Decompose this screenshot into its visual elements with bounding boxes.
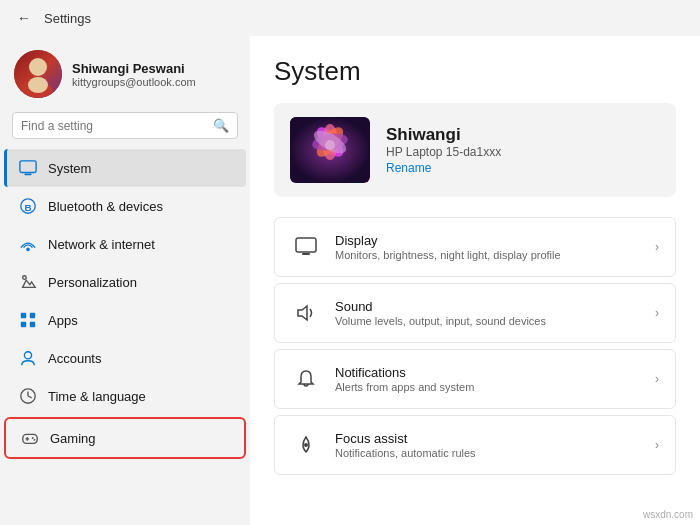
sidebar-item-label-network: Network & internet: [48, 237, 155, 252]
svg-point-21: [32, 437, 34, 439]
search-box[interactable]: 🔍: [12, 112, 238, 139]
settings-item-focus-assist[interactable]: Focus assistNotifications, automatic rul…: [274, 415, 676, 475]
apps-icon: [18, 310, 38, 330]
sidebar-item-label-gaming: Gaming: [50, 431, 96, 446]
svg-rect-12: [21, 322, 26, 327]
sidebar-item-apps[interactable]: Apps: [4, 301, 246, 339]
svg-point-3: [28, 77, 48, 93]
sidebar-item-label-bluetooth: Bluetooth & devices: [48, 199, 163, 214]
svg-rect-18: [23, 434, 37, 443]
user-email: kittygroups@outlook.com: [72, 76, 196, 88]
settings-item-desc-focus-assist: Notifications, automatic rules: [335, 447, 641, 459]
watermark: wsxdn.com: [640, 508, 696, 521]
settings-item-info-sound: SoundVolume levels, output, input, sound…: [335, 299, 641, 327]
settings-item-title-display: Display: [335, 233, 641, 248]
settings-item-notifications[interactable]: NotificationsAlerts from apps and system…: [274, 349, 676, 409]
settings-item-display[interactable]: DisplayMonitors, brightness, night light…: [274, 217, 676, 277]
sidebar-item-label-system: System: [48, 161, 91, 176]
focus-assist-icon: [291, 430, 321, 460]
chevron-right-icon: ›: [655, 306, 659, 320]
display-icon: [291, 232, 321, 262]
device-name: Shiwangi: [386, 125, 501, 145]
search-input[interactable]: [21, 119, 207, 133]
svg-rect-31: [302, 253, 310, 255]
bluetooth-icon: B: [18, 196, 38, 216]
settings-item-desc-sound: Volume levels, output, input, sound devi…: [335, 315, 641, 327]
svg-rect-5: [24, 173, 31, 175]
sidebar-item-bluetooth[interactable]: BBluetooth & devices: [4, 187, 246, 225]
settings-item-info-notifications: NotificationsAlerts from apps and system: [335, 365, 641, 393]
avatar: [14, 50, 62, 98]
settings-item-desc-display: Monitors, brightness, night light, displ…: [335, 249, 641, 261]
device-image: [290, 117, 370, 183]
settings-item-title-sound: Sound: [335, 299, 641, 314]
svg-point-9: [23, 276, 27, 280]
sidebar-item-network[interactable]: Network & internet: [4, 225, 246, 263]
system-icon: [18, 158, 38, 178]
device-model: HP Laptop 15-da1xxx: [386, 145, 501, 159]
sound-icon: [291, 298, 321, 328]
chevron-right-icon: ›: [655, 372, 659, 386]
svg-point-14: [24, 352, 31, 359]
svg-point-33: [304, 443, 308, 447]
sidebar-item-label-personalization: Personalization: [48, 275, 137, 290]
svg-text:B: B: [24, 202, 31, 213]
svg-marker-32: [298, 306, 307, 320]
sidebar-item-accounts[interactable]: Accounts: [4, 339, 246, 377]
svg-rect-11: [30, 313, 35, 318]
main-layout: Shiwangi Peswani kittygroups@outlook.com…: [0, 36, 700, 525]
sidebar-item-time[interactable]: Time & language: [4, 377, 246, 415]
user-info: Shiwangi Peswani kittygroups@outlook.com: [72, 61, 196, 88]
svg-point-8: [26, 248, 30, 252]
device-rename-link[interactable]: Rename: [386, 161, 501, 175]
settings-list: DisplayMonitors, brightness, night light…: [274, 217, 676, 479]
device-card: Shiwangi HP Laptop 15-da1xxx Rename: [274, 103, 676, 197]
sidebar-item-label-apps: Apps: [48, 313, 78, 328]
content-area: System: [250, 36, 700, 525]
accounts-icon: [18, 348, 38, 368]
sidebar-item-personalization[interactable]: Personalization: [4, 263, 246, 301]
user-name: Shiwangi Peswani: [72, 61, 196, 76]
personalization-icon: [18, 272, 38, 292]
settings-item-info-focus-assist: Focus assistNotifications, automatic rul…: [335, 431, 641, 459]
svg-point-22: [34, 439, 36, 441]
sidebar-item-label-accounts: Accounts: [48, 351, 101, 366]
sidebar-item-gaming[interactable]: Gaming: [4, 417, 246, 459]
settings-item-title-notifications: Notifications: [335, 365, 641, 380]
svg-point-29: [325, 140, 335, 150]
settings-item-desc-notifications: Alerts from apps and system: [335, 381, 641, 393]
time-icon: [18, 386, 38, 406]
svg-rect-13: [30, 322, 35, 327]
back-button[interactable]: ←: [14, 8, 34, 28]
page-title: System: [274, 56, 676, 87]
notifications-icon: [291, 364, 321, 394]
svg-rect-10: [21, 313, 26, 318]
gaming-icon: [20, 428, 40, 448]
nav-list: SystemBBluetooth & devicesNetwork & inte…: [0, 149, 250, 461]
device-info: Shiwangi HP Laptop 15-da1xxx Rename: [386, 125, 501, 175]
svg-rect-4: [20, 161, 36, 173]
title-bar-title: Settings: [44, 11, 91, 26]
sidebar-item-system[interactable]: System: [4, 149, 246, 187]
settings-item-title-focus-assist: Focus assist: [335, 431, 641, 446]
svg-line-17: [28, 396, 32, 398]
sidebar: Shiwangi Peswani kittygroups@outlook.com…: [0, 36, 250, 525]
network-icon: [18, 234, 38, 254]
user-profile[interactable]: Shiwangi Peswani kittygroups@outlook.com: [0, 44, 250, 112]
svg-rect-30: [296, 238, 316, 252]
settings-item-sound[interactable]: SoundVolume levels, output, input, sound…: [274, 283, 676, 343]
title-bar: ← Settings: [0, 0, 700, 36]
chevron-right-icon: ›: [655, 240, 659, 254]
search-icon: 🔍: [213, 118, 229, 133]
sidebar-item-label-time: Time & language: [48, 389, 146, 404]
chevron-right-icon: ›: [655, 438, 659, 452]
svg-point-1: [29, 58, 47, 76]
settings-item-info-display: DisplayMonitors, brightness, night light…: [335, 233, 641, 261]
